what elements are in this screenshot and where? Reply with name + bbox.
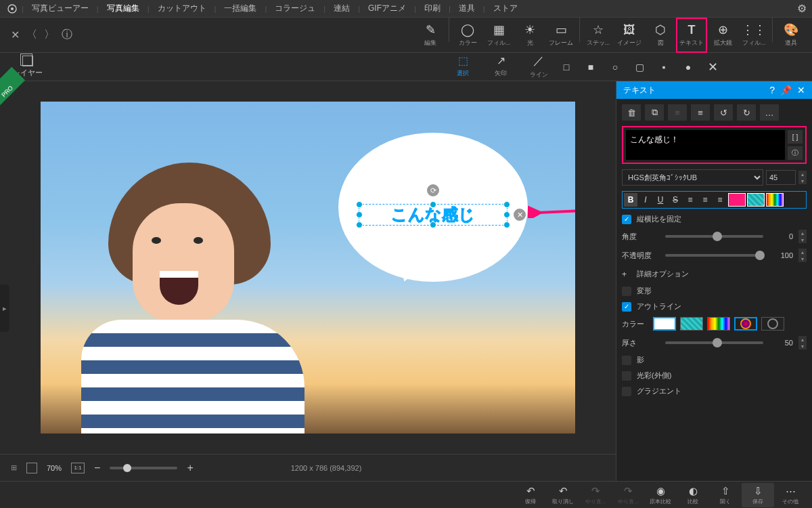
angle-down[interactable]: ▾ <box>798 236 807 243</box>
resize-handle[interactable] <box>430 221 436 228</box>
rotate-cw-icon[interactable]: ↻ <box>737 104 756 121</box>
nav-collage[interactable]: コラージュ <box>269 0 321 17</box>
angle-slider[interactable] <box>665 235 763 238</box>
info-icon[interactable]: ⓘ <box>62 28 72 42</box>
zoom-slider[interactable] <box>110 467 177 469</box>
outline-swatch-ring-off[interactable] <box>761 317 784 331</box>
outline-swatch-rainbow[interactable] <box>707 317 730 331</box>
strikethrough-button[interactable]: S <box>669 193 682 207</box>
tool-filter1[interactable]: ▦フィル... <box>483 18 514 53</box>
outline-checkbox[interactable]: ✓ <box>622 302 631 312</box>
close-icon[interactable]: ✕ <box>11 28 20 41</box>
revert-button[interactable]: ↶復帰 <box>514 485 547 505</box>
nav-edit[interactable]: 写真編集 <box>102 0 145 17</box>
pin-icon[interactable]: 📌 <box>780 85 792 96</box>
color-swatch-pink[interactable] <box>728 193 746 207</box>
nav-batch[interactable]: 一括編集 <box>219 0 262 17</box>
tool-tools[interactable]: 🎨道具 <box>775 18 807 53</box>
open-button[interactable]: ⇧開く <box>709 485 742 505</box>
outline-swatch-ring-on[interactable] <box>734 317 757 331</box>
outline-swatch-pattern[interactable] <box>680 317 703 331</box>
resize-handle[interactable] <box>356 211 363 218</box>
resize-handle[interactable] <box>430 201 436 208</box>
more-icon[interactable]: … <box>760 104 779 121</box>
compare-original-button[interactable]: ◉原本比較 <box>644 485 677 505</box>
tool-shape[interactable]: ⬡図 <box>645 18 676 53</box>
nav-print[interactable]: 印刷 <box>419 0 446 17</box>
size-down-icon[interactable]: ▾ <box>798 177 807 184</box>
settings-icon[interactable]: ⚙ <box>797 2 807 15</box>
subtool-select[interactable]: ⬚選択 <box>447 54 478 79</box>
redo-button[interactable]: ↷やり直... <box>579 485 612 505</box>
save-button[interactable]: ⇩保存 <box>742 483 774 507</box>
gradient-checkbox[interactable] <box>622 387 631 396</box>
grid-icon[interactable]: ⊞ <box>11 463 17 472</box>
delete-icon[interactable]: 🗑 <box>622 104 641 121</box>
thick-down[interactable]: ▾ <box>798 343 807 350</box>
sidebar-expand-icon[interactable]: ▸ <box>0 284 9 332</box>
color-swatch-rainbow[interactable] <box>766 193 784 207</box>
zoom-in-icon[interactable]: + <box>187 462 193 474</box>
view-icon[interactable] <box>26 463 37 473</box>
rotate-handle[interactable]: ⟳ <box>427 184 439 196</box>
color-swatch-pattern[interactable] <box>747 193 765 207</box>
shape-rounded-square[interactable]: ▢ <box>634 62 645 72</box>
thick-up[interactable]: ▴ <box>798 336 807 343</box>
align-left-icon[interactable]: ≡ <box>668 104 687 121</box>
shape-circle-outline[interactable]: ○ <box>610 62 621 72</box>
rotate-ccw-icon[interactable]: ↺ <box>714 104 733 121</box>
info-button[interactable]: ⓘ <box>788 146 803 160</box>
resize-handle[interactable] <box>503 201 510 208</box>
subtool-line[interactable]: ／ライン <box>523 54 554 79</box>
thickness-slider[interactable] <box>665 341 763 344</box>
resize-handle[interactable] <box>503 211 510 218</box>
duplicate-icon[interactable]: ⧉ <box>645 104 664 121</box>
underline-button[interactable]: U <box>654 193 667 207</box>
shape-square-outline[interactable]: □ <box>561 62 572 72</box>
size-up-icon[interactable]: ▴ <box>798 171 807 177</box>
align-right-button[interactable]: ≡ <box>713 193 727 207</box>
undo-button[interactable]: ↶取り消し <box>547 485 579 505</box>
delete-handle[interactable]: ✕ <box>514 209 526 221</box>
nav-tools[interactable]: 道具 <box>453 0 480 17</box>
forward-icon[interactable]: 〉 <box>44 28 55 42</box>
tool-edit[interactable]: ✎編集 <box>415 18 446 53</box>
shape-square-fill[interactable]: ■ <box>585 62 596 72</box>
tool-color[interactable]: ◯カラー <box>452 18 483 53</box>
zoom-fit-icon[interactable]: 1:1 <box>71 463 85 473</box>
tool-image[interactable]: 🖼イメージ <box>614 18 645 53</box>
back-icon[interactable]: 〈 <box>26 28 37 42</box>
italic-button[interactable]: I <box>639 193 652 207</box>
shape-circle-fill[interactable]: ● <box>683 62 694 72</box>
shape-rounded-fill[interactable]: ▪ <box>658 62 669 72</box>
glow-checkbox[interactable] <box>622 371 631 381</box>
advanced-options-toggle[interactable]: +詳細オプション <box>622 268 807 280</box>
nav-viewer[interactable]: 写真ビューアー <box>26 0 94 17</box>
align-left-button[interactable]: ≡ <box>683 193 697 207</box>
nav-gif[interactable]: GIFアニメ <box>363 0 411 17</box>
angle-up[interactable]: ▴ <box>798 230 807 236</box>
align-right-icon[interactable]: ≡ <box>691 104 710 121</box>
text-content-input[interactable]: こんな感じ！ <box>626 130 785 160</box>
resize-handle[interactable] <box>356 201 363 208</box>
outline-swatch-white[interactable] <box>653 317 676 331</box>
tool-light[interactable]: ☀光 <box>514 18 545 53</box>
text-selection-box[interactable]: こんな感じ ⟳ ✕ <box>359 204 508 226</box>
lock-aspect-checkbox[interactable]: ✓ <box>622 215 631 224</box>
compare-button[interactable]: ◐比較 <box>677 485 709 505</box>
brackets-button[interactable]: [ ] <box>788 130 803 144</box>
close-panel-icon[interactable]: ✕ <box>797 85 805 96</box>
opacity-down[interactable]: ▾ <box>798 255 807 262</box>
tool-filter2[interactable]: ⋮⋮フィル... <box>738 18 769 53</box>
nav-store[interactable]: ストア <box>488 0 523 17</box>
resize-handle[interactable] <box>356 221 363 228</box>
bold-button[interactable]: B <box>624 193 637 207</box>
nav-combine[interactable]: 連結 <box>328 0 355 17</box>
font-size-input[interactable] <box>766 170 796 185</box>
tool-text[interactable]: Tテキスト <box>676 18 707 53</box>
shadow-checkbox[interactable] <box>622 356 631 365</box>
redo-all-button[interactable]: ↷やり直... <box>612 485 644 505</box>
tool-frame[interactable]: ▭フレーム <box>545 18 577 53</box>
help-icon[interactable]: ? <box>769 85 775 96</box>
opacity-up[interactable]: ▴ <box>798 249 807 255</box>
